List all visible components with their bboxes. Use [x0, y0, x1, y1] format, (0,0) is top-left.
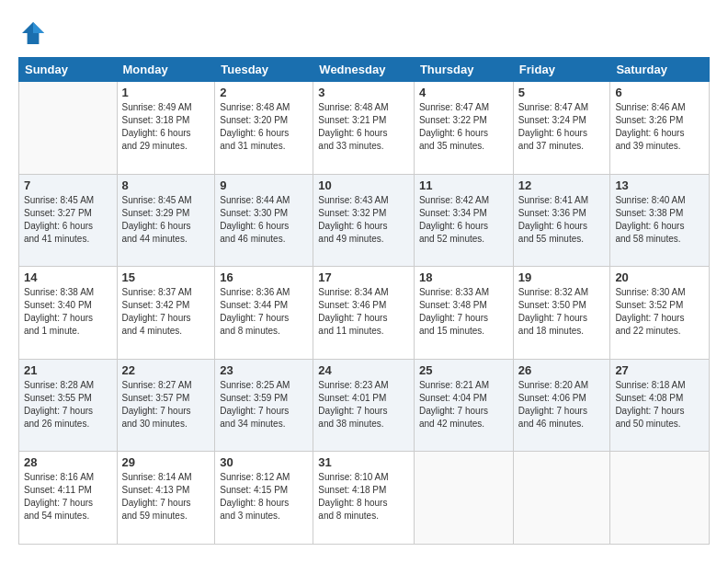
calendar-day-cell	[610, 452, 710, 545]
day-number: 25	[419, 363, 508, 377]
calendar-week-row: 7Sunrise: 8:45 AM Sunset: 3:27 PM Daylig…	[19, 174, 710, 267]
calendar-day-cell	[414, 452, 513, 545]
calendar-day-cell: 5Sunrise: 8:47 AM Sunset: 3:24 PM Daylig…	[513, 82, 610, 175]
calendar-day-cell: 14Sunrise: 8:38 AM Sunset: 3:40 PM Dayli…	[19, 267, 118, 360]
calendar-day-cell: 2Sunrise: 8:48 AM Sunset: 3:20 PM Daylig…	[215, 82, 313, 175]
calendar-day-cell: 25Sunrise: 8:21 AM Sunset: 4:04 PM Dayli…	[414, 359, 513, 452]
calendar-day-cell: 20Sunrise: 8:30 AM Sunset: 3:52 PM Dayli…	[610, 267, 710, 360]
day-info: Sunrise: 8:21 AM Sunset: 4:04 PM Dayligh…	[419, 379, 508, 431]
calendar-week-row: 28Sunrise: 8:16 AM Sunset: 4:11 PM Dayli…	[19, 452, 710, 545]
day-number: 28	[24, 455, 112, 469]
calendar-day-cell: 6Sunrise: 8:46 AM Sunset: 3:26 PM Daylig…	[610, 82, 710, 175]
day-info: Sunrise: 8:37 AM Sunset: 3:42 PM Dayligh…	[122, 286, 210, 338]
logo	[18, 18, 51, 48]
calendar-day-cell: 12Sunrise: 8:41 AM Sunset: 3:36 PM Dayli…	[513, 174, 610, 267]
day-number: 9	[220, 178, 308, 192]
svg-marker-1	[33, 22, 44, 33]
day-number: 12	[518, 178, 606, 192]
weekday-header-thursday: Thursday	[414, 58, 513, 82]
calendar-day-cell: 21Sunrise: 8:28 AM Sunset: 3:55 PM Dayli…	[19, 359, 118, 452]
day-info: Sunrise: 8:45 AM Sunset: 3:27 PM Dayligh…	[24, 194, 112, 246]
calendar-day-cell: 16Sunrise: 8:36 AM Sunset: 3:44 PM Dayli…	[215, 267, 313, 360]
day-number: 6	[615, 86, 704, 99]
calendar-table: SundayMondayTuesdayWednesdayThursdayFrid…	[18, 57, 710, 545]
calendar-day-cell: 4Sunrise: 8:47 AM Sunset: 3:22 PM Daylig…	[414, 82, 513, 175]
day-info: Sunrise: 8:48 AM Sunset: 3:20 PM Dayligh…	[220, 101, 308, 153]
calendar-day-cell: 19Sunrise: 8:32 AM Sunset: 3:50 PM Dayli…	[513, 267, 610, 360]
calendar-day-cell: 31Sunrise: 8:10 AM Sunset: 4:18 PM Dayli…	[313, 452, 415, 545]
day-number: 22	[122, 363, 210, 377]
day-number: 8	[122, 178, 210, 192]
day-info: Sunrise: 8:20 AM Sunset: 4:06 PM Dayligh…	[518, 379, 606, 431]
calendar-day-cell: 3Sunrise: 8:48 AM Sunset: 3:21 PM Daylig…	[313, 82, 415, 175]
day-number: 10	[318, 178, 409, 192]
calendar-day-cell: 10Sunrise: 8:43 AM Sunset: 3:32 PM Dayli…	[313, 174, 415, 267]
day-info: Sunrise: 8:16 AM Sunset: 4:11 PM Dayligh…	[24, 471, 112, 523]
calendar-day-cell: 1Sunrise: 8:49 AM Sunset: 3:18 PM Daylig…	[117, 82, 215, 175]
day-number: 24	[318, 363, 409, 377]
day-info: Sunrise: 8:47 AM Sunset: 3:22 PM Dayligh…	[419, 101, 508, 153]
weekday-header-wednesday: Wednesday	[313, 58, 415, 82]
day-number: 15	[122, 270, 210, 284]
calendar-day-cell: 26Sunrise: 8:20 AM Sunset: 4:06 PM Dayli…	[513, 359, 610, 452]
logo-icon	[18, 18, 48, 48]
weekday-header-saturday: Saturday	[610, 58, 710, 82]
day-number: 3	[318, 86, 409, 99]
day-info: Sunrise: 8:48 AM Sunset: 3:21 PM Dayligh…	[318, 101, 409, 153]
day-info: Sunrise: 8:38 AM Sunset: 3:40 PM Dayligh…	[24, 286, 112, 338]
day-number: 13	[615, 178, 704, 192]
weekday-header-sunday: Sunday	[19, 58, 118, 82]
day-number: 4	[419, 86, 508, 99]
day-info: Sunrise: 8:33 AM Sunset: 3:48 PM Dayligh…	[419, 286, 508, 338]
day-number: 2	[220, 86, 308, 99]
day-number: 5	[518, 86, 606, 99]
calendar-day-cell: 17Sunrise: 8:34 AM Sunset: 3:46 PM Dayli…	[313, 267, 415, 360]
day-info: Sunrise: 8:14 AM Sunset: 4:13 PM Dayligh…	[122, 471, 210, 523]
calendar-day-cell: 30Sunrise: 8:12 AM Sunset: 4:15 PM Dayli…	[215, 452, 313, 545]
page: SundayMondayTuesdayWednesdayThursdayFrid…	[0, 0, 728, 563]
day-number: 16	[220, 270, 308, 284]
calendar-day-cell: 22Sunrise: 8:27 AM Sunset: 3:57 PM Dayli…	[117, 359, 215, 452]
day-number: 17	[318, 270, 409, 284]
day-number: 18	[419, 270, 508, 284]
calendar-day-cell: 8Sunrise: 8:45 AM Sunset: 3:29 PM Daylig…	[117, 174, 215, 267]
calendar-week-row: 1Sunrise: 8:49 AM Sunset: 3:18 PM Daylig…	[19, 82, 710, 175]
day-number: 29	[122, 455, 210, 469]
day-info: Sunrise: 8:47 AM Sunset: 3:24 PM Dayligh…	[518, 101, 606, 153]
day-number: 11	[419, 178, 508, 192]
day-number: 30	[220, 455, 308, 469]
calendar-day-cell: 15Sunrise: 8:37 AM Sunset: 3:42 PM Dayli…	[117, 267, 215, 360]
calendar-day-cell: 18Sunrise: 8:33 AM Sunset: 3:48 PM Dayli…	[414, 267, 513, 360]
calendar-day-cell: 9Sunrise: 8:44 AM Sunset: 3:30 PM Daylig…	[215, 174, 313, 267]
day-info: Sunrise: 8:41 AM Sunset: 3:36 PM Dayligh…	[518, 194, 606, 246]
calendar-week-row: 21Sunrise: 8:28 AM Sunset: 3:55 PM Dayli…	[19, 359, 710, 452]
weekday-header-monday: Monday	[117, 58, 215, 82]
day-info: Sunrise: 8:23 AM Sunset: 4:01 PM Dayligh…	[318, 379, 409, 431]
day-number: 7	[24, 178, 112, 192]
calendar-day-cell: 27Sunrise: 8:18 AM Sunset: 4:08 PM Dayli…	[610, 359, 710, 452]
day-info: Sunrise: 8:27 AM Sunset: 3:57 PM Dayligh…	[122, 379, 210, 431]
day-info: Sunrise: 8:30 AM Sunset: 3:52 PM Dayligh…	[615, 286, 704, 338]
day-info: Sunrise: 8:42 AM Sunset: 3:34 PM Dayligh…	[419, 194, 508, 246]
day-info: Sunrise: 8:32 AM Sunset: 3:50 PM Dayligh…	[518, 286, 606, 338]
calendar-day-cell: 13Sunrise: 8:40 AM Sunset: 3:38 PM Dayli…	[610, 174, 710, 267]
day-number: 27	[615, 363, 704, 377]
day-info: Sunrise: 8:49 AM Sunset: 3:18 PM Dayligh…	[122, 101, 210, 153]
day-number: 23	[220, 363, 308, 377]
day-info: Sunrise: 8:10 AM Sunset: 4:18 PM Dayligh…	[318, 471, 409, 523]
day-number: 19	[518, 270, 606, 284]
calendar-day-cell	[513, 452, 610, 545]
day-info: Sunrise: 8:36 AM Sunset: 3:44 PM Dayligh…	[220, 286, 308, 338]
day-info: Sunrise: 8:45 AM Sunset: 3:29 PM Dayligh…	[122, 194, 210, 246]
day-number: 14	[24, 270, 112, 284]
day-info: Sunrise: 8:25 AM Sunset: 3:59 PM Dayligh…	[220, 379, 308, 431]
day-info: Sunrise: 8:34 AM Sunset: 3:46 PM Dayligh…	[318, 286, 409, 338]
calendar-week-row: 14Sunrise: 8:38 AM Sunset: 3:40 PM Dayli…	[19, 267, 710, 360]
day-number: 21	[24, 363, 112, 377]
calendar-day-cell: 28Sunrise: 8:16 AM Sunset: 4:11 PM Dayli…	[19, 452, 118, 545]
weekday-header-row: SundayMondayTuesdayWednesdayThursdayFrid…	[19, 58, 710, 82]
calendar-day-cell: 11Sunrise: 8:42 AM Sunset: 3:34 PM Dayli…	[414, 174, 513, 267]
header	[18, 18, 710, 48]
day-number: 1	[122, 86, 210, 99]
weekday-header-tuesday: Tuesday	[215, 58, 313, 82]
